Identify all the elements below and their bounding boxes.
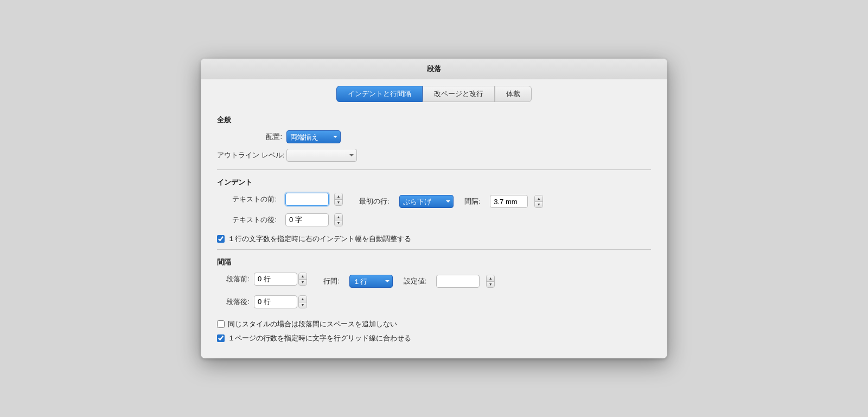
no-space-label: 同じスタイルの場合は段落間にスペースを追加しない: [228, 319, 397, 329]
after-text-input[interactable]: [285, 213, 329, 226]
before-text-up[interactable]: ▲: [335, 193, 342, 200]
after-text-spinner[interactable]: ▲ ▼: [334, 213, 343, 226]
dialog-title: 段落: [201, 59, 667, 79]
setting-spinner[interactable]: ▲ ▼: [486, 275, 495, 288]
grid-checkbox[interactable]: [217, 334, 225, 342]
spacing-spinner[interactable]: ▲ ▼: [534, 195, 543, 208]
outline-level-select[interactable]: [286, 149, 357, 162]
general-section-title: 全般: [217, 108, 651, 130]
auto-adjust-label: １行の文字数を指定時に右のインデント幅を自動調整する: [228, 234, 411, 244]
line-spacing-fields: 行間: １行 設定値: ▲ ▼: [323, 275, 495, 288]
outline-level-wrapper: [286, 149, 357, 162]
alignment-select-wrapper: 両端揃え: [286, 130, 341, 143]
setting-value-label: 設定値:: [404, 276, 427, 286]
before-para-down[interactable]: ▼: [299, 280, 307, 286]
before-para-label: 段落前:: [217, 274, 250, 284]
line-spacing-label: 行間:: [323, 276, 340, 286]
before-para-input[interactable]: [254, 273, 297, 286]
after-para-input[interactable]: [254, 295, 297, 308]
indent-section: インデント テキストの前: ▲ ▼ テキストの後:: [217, 170, 651, 244]
line-spacing-wrapper: １行: [349, 275, 393, 288]
setting-value-input[interactable]: [436, 275, 480, 288]
before-text-label: テキストの前:: [217, 194, 277, 204]
alignment-label: 配置:: [217, 132, 282, 142]
grid-label: １ページの行数を指定時に文字を行グリッド線に合わせる: [228, 333, 411, 343]
after-para-up[interactable]: ▲: [299, 296, 307, 302]
before-text-row: テキストの前: ▲ ▼: [217, 193, 343, 206]
spacing-up[interactable]: ▲: [535, 195, 542, 202]
setting-down[interactable]: ▼: [487, 282, 494, 288]
first-line-wrapper: ぶら下げ: [399, 195, 454, 208]
auto-adjust-checkbox[interactable]: [217, 235, 225, 243]
title-text: 段落: [427, 65, 441, 73]
before-para-up[interactable]: ▲: [299, 273, 307, 280]
after-text-down[interactable]: ▼: [335, 220, 342, 226]
indent-section-title: インデント: [217, 170, 651, 193]
tab-typography[interactable]: 体裁: [495, 86, 532, 102]
dialog-content: 全般 配置: 両端揃え アウトライン レベル:: [201, 108, 667, 358]
before-text-input[interactable]: [285, 193, 329, 206]
outline-level-label: アウトライン レベル:: [217, 150, 282, 160]
after-para-label: 段落後:: [217, 297, 250, 307]
general-section: 全般 配置: 両端揃え アウトライン レベル:: [217, 108, 651, 162]
after-para-spinner[interactable]: ▲ ▼: [298, 295, 307, 308]
spacing-down[interactable]: ▼: [535, 202, 542, 208]
spacing-section-title: 間隔: [217, 250, 651, 273]
setting-up[interactable]: ▲: [487, 275, 494, 282]
before-text-down[interactable]: ▼: [335, 200, 342, 206]
tabs-container: インデントと行間隔 改ページと改行 体裁: [201, 79, 667, 108]
after-paragraph-row: 段落後: ▲ ▼: [217, 295, 307, 308]
before-paragraph-row: 段落前: ▲ ▼: [217, 273, 307, 286]
first-line-select[interactable]: ぶら下げ: [399, 195, 454, 208]
tab-indent-spacing[interactable]: インデントと行間隔: [336, 86, 423, 102]
outline-level-row: アウトライン レベル:: [217, 149, 651, 162]
after-text-row: テキストの後: ▲ ▼: [217, 213, 343, 226]
first-line-label: 最初の行:: [359, 197, 390, 206]
before-para-spinner[interactable]: ▲ ▼: [298, 273, 307, 286]
paragraph-dialog: 段落 インデントと行間隔 改ページと改行 体裁 全般 配置: 両端揃え アウトラ…: [201, 59, 667, 358]
after-text-label: テキストの後:: [217, 215, 277, 225]
paragraph-spacing-fields: 段落前: ▲ ▼ 段落後: ▲ ▼: [217, 273, 307, 314]
no-space-checkbox[interactable]: [217, 320, 225, 328]
spacing-input[interactable]: [490, 195, 528, 208]
tab-page-break[interactable]: 改ページと改行: [423, 86, 495, 102]
line-spacing-select[interactable]: １行: [349, 275, 393, 288]
auto-adjust-row: １行の文字数を指定時に右のインデント幅を自動調整する: [217, 234, 651, 244]
alignment-select[interactable]: 両端揃え: [286, 130, 341, 143]
after-text-up[interactable]: ▲: [335, 214, 342, 220]
after-para-down[interactable]: ▼: [299, 302, 307, 308]
before-text-spinner[interactable]: ▲ ▼: [334, 193, 343, 206]
spacing-section: 間隔 段落前: ▲ ▼ 段落後:: [217, 250, 651, 343]
grid-row: １ページの行数を指定時に文字を行グリッド線に合わせる: [217, 333, 651, 343]
no-space-row: 同じスタイルの場合は段落間にスペースを追加しない: [217, 319, 651, 329]
alignment-row: 配置: 両端揃え: [217, 130, 651, 143]
spacing-label: 間隔:: [464, 197, 481, 206]
